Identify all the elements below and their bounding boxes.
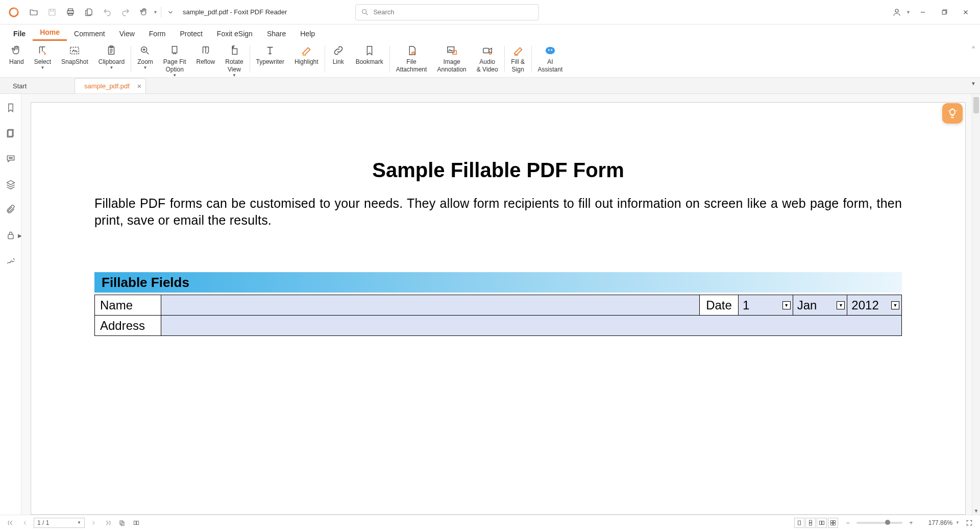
page-arrange-button[interactable] [131, 517, 142, 528]
menu-tab-file[interactable]: File [6, 27, 33, 41]
tool-rotate[interactable]: Rotate View ▼ [220, 43, 248, 78]
table-row: Address [95, 316, 902, 336]
save-button[interactable] [44, 4, 60, 20]
nav-pages-button[interactable] [4, 127, 17, 140]
dropdown-icon[interactable]: ▼ [782, 301, 791, 309]
print-button[interactable] [62, 4, 79, 20]
ai-hint-fab[interactable] [942, 103, 963, 124]
undo-button[interactable] [99, 4, 115, 20]
zoom-percent[interactable]: 177.86% [920, 519, 952, 526]
close-button[interactable] [955, 4, 976, 20]
nav-security-button[interactable] [4, 229, 17, 242]
chevron-down-icon[interactable]: ▼ [955, 520, 960, 525]
zoom-in-button[interactable]: + [905, 517, 917, 528]
doc-tab-start[interactable]: Start [3, 78, 75, 93]
nav-layers-button[interactable] [4, 178, 17, 191]
vertical-scrollbar[interactable]: ▼ [972, 94, 980, 515]
tool-reflow[interactable]: Reflow [191, 43, 220, 66]
doc-tab-start-label: Start [13, 82, 27, 90]
document-canvas[interactable]: Sample Fillable PDF Form Fillable PDF fo… [21, 94, 980, 515]
menu-tab-esign[interactable]: Foxit eSign [210, 27, 260, 41]
tool-pagefit[interactable]: Page Fit Option ▼ [158, 43, 191, 78]
close-tab-icon[interactable]: × [137, 82, 141, 90]
dropdown-icon[interactable]: ▼ [837, 301, 845, 309]
chevron-down-icon[interactable]: ▼ [77, 520, 81, 525]
doc-tabs-more-button[interactable]: ▼ [971, 81, 976, 86]
pagefit-icon [169, 44, 180, 57]
menu-tab-home[interactable]: Home [33, 25, 67, 41]
hand-tool-quick-button[interactable] [136, 4, 152, 20]
nav-signatures-button[interactable] [4, 254, 17, 268]
svg-rect-16 [448, 47, 454, 53]
menu-tab-form[interactable]: Form [142, 27, 173, 41]
search-input[interactable] [373, 8, 533, 16]
tool-highlight[interactable]: Highlight [289, 43, 324, 66]
prev-page-button[interactable] [19, 517, 31, 528]
save-copy-button[interactable] [81, 4, 97, 20]
fullscreen-button[interactable] [964, 517, 975, 528]
input-address[interactable] [161, 316, 902, 336]
last-page-button[interactable] [102, 517, 113, 528]
svg-rect-14 [232, 49, 237, 54]
page-clone-button[interactable] [116, 517, 128, 528]
zoom-out-button[interactable]: − [842, 517, 853, 528]
svg-rect-38 [831, 520, 833, 522]
tool-clipboard[interactable]: Clipboard ▼ [93, 43, 130, 70]
doc-tab-active[interactable]: sample_pdf.pdf × [75, 78, 146, 93]
nav-attachments-button[interactable] [4, 203, 17, 216]
account-caret-icon[interactable]: ▼ [906, 10, 911, 15]
open-file-button[interactable] [26, 4, 42, 20]
menu-tab-protect[interactable]: Protect [173, 27, 209, 41]
scroll-down-icon[interactable]: ▼ [972, 508, 980, 514]
view-facing-button[interactable] [817, 518, 827, 528]
tool-fill-sign[interactable]: Fill & Sign [506, 43, 530, 74]
view-facing-continuous-button[interactable] [828, 518, 838, 528]
page-indicator[interactable]: 1 / 1 ▼ [34, 518, 85, 528]
workspace: ▶ Sample Fillable PDF Form Fillable PDF … [0, 94, 980, 515]
tool-image-annotation[interactable]: Image Annotation [432, 43, 471, 74]
tool-ai-assistant[interactable]: AI Assistant [533, 43, 568, 74]
tool-select[interactable]: Select ▼ [29, 43, 56, 70]
tool-bookmark[interactable]: Bookmark [351, 43, 388, 66]
nav-bookmarks-button[interactable] [4, 101, 17, 114]
input-name[interactable] [161, 295, 700, 316]
tool-clipboard-label: Clipboard [99, 58, 125, 66]
snapshot-icon [69, 44, 80, 57]
section-header: Fillable Fields [94, 272, 902, 293]
zoom-slider-knob[interactable] [885, 520, 890, 525]
account-button[interactable] [889, 4, 905, 20]
date-month-select[interactable]: Jan ▼ [793, 295, 848, 315]
minimize-button[interactable] [913, 4, 933, 20]
nav-comments-button[interactable] [4, 152, 17, 165]
maximize-button[interactable] [934, 4, 954, 20]
tool-link[interactable]: Link [326, 43, 351, 66]
next-page-button[interactable] [88, 517, 99, 528]
collapse-qat-button[interactable] [164, 9, 177, 16]
doc-intro-paragraph: Fillable PDF forms can be customised to … [94, 195, 902, 228]
ribbon-collapse-button[interactable]: ^ [970, 43, 977, 54]
zoom-slider[interactable] [856, 522, 902, 524]
tool-typewriter[interactable]: Typewriter [251, 43, 289, 66]
tool-hand[interactable]: Hand [4, 43, 29, 66]
dropdown-icon[interactable]: ▼ [891, 301, 899, 309]
first-page-button[interactable] [5, 517, 16, 528]
menu-tab-comment[interactable]: Comment [67, 27, 112, 41]
tool-zoom[interactable]: Zoom ▼ [132, 43, 158, 70]
svg-rect-34 [810, 520, 812, 523]
view-single-button[interactable] [794, 518, 804, 528]
scrollbar-thumb[interactable] [973, 97, 979, 113]
tool-audio-video[interactable]: Audio & Video [472, 43, 503, 74]
hand-dropdown-caret-icon[interactable]: ▼ [153, 10, 158, 15]
global-search[interactable] [355, 4, 539, 20]
tool-image-annotation-label: Image Annotation [437, 58, 466, 74]
tool-snapshot[interactable]: SnapShot [56, 43, 93, 66]
menu-tab-share[interactable]: Share [260, 27, 293, 41]
date-year-select[interactable]: 2012 ▼ [847, 295, 901, 315]
menu-tab-view[interactable]: View [112, 27, 142, 41]
redo-button[interactable] [117, 4, 134, 20]
menu-tab-help[interactable]: Help [293, 27, 322, 41]
date-day-select[interactable]: 1 ▼ [739, 295, 793, 315]
tool-file-attachment[interactable]: File Attachment [391, 43, 432, 74]
svg-rect-40 [831, 523, 833, 525]
view-continuous-button[interactable] [805, 518, 816, 528]
